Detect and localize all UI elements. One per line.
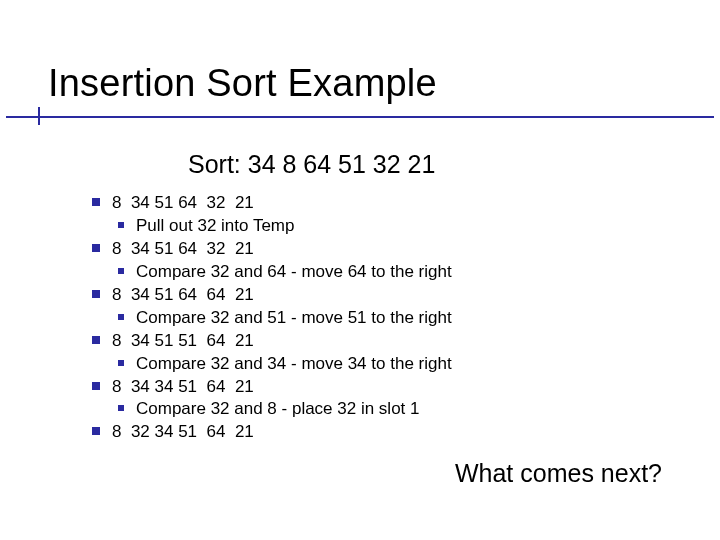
array-state: 8 34 51 51 64 21	[112, 330, 254, 353]
list-item: Compare 32 and 8 - place 32 in slot 1	[118, 398, 452, 421]
title-rule-tick	[38, 107, 40, 125]
step-note: Compare 32 and 51 - move 51 to the right	[136, 307, 452, 330]
array-state: 8 34 34 51 64 21	[112, 376, 254, 399]
steps-list: 8 34 51 64 32 21 Pull out 32 into Temp 8…	[92, 192, 452, 444]
array-state: 8 34 51 64 32 21	[112, 238, 254, 261]
list-item: 8 32 34 51 64 21	[92, 421, 452, 444]
list-item: Compare 32 and 51 - move 51 to the right	[118, 307, 452, 330]
list-item: 8 34 51 64 32 21	[92, 192, 452, 215]
list-item: Pull out 32 into Temp	[118, 215, 452, 238]
square-bullet-icon	[118, 360, 124, 366]
list-item: 8 34 34 51 64 21	[92, 376, 452, 399]
square-bullet-icon	[118, 314, 124, 320]
list-item: 8 34 51 64 32 21	[92, 238, 452, 261]
step-note: Compare 32 and 64 - move 64 to the right	[136, 261, 452, 284]
square-bullet-icon	[92, 290, 100, 298]
list-item: Compare 32 and 64 - move 64 to the right	[118, 261, 452, 284]
square-bullet-icon	[92, 382, 100, 390]
square-bullet-icon	[92, 427, 100, 435]
step-note: Pull out 32 into Temp	[136, 215, 294, 238]
array-state: 8 34 51 64 64 21	[112, 284, 254, 307]
footer-question: What comes next?	[455, 459, 662, 488]
square-bullet-icon	[92, 244, 100, 252]
array-state: 8 34 51 64 32 21	[112, 192, 254, 215]
sort-sequence: Sort: 34 8 64 51 32 21	[188, 150, 435, 179]
list-item: 8 34 51 64 64 21	[92, 284, 452, 307]
title-rule	[6, 116, 714, 118]
step-note: Compare 32 and 8 - place 32 in slot 1	[136, 398, 420, 421]
slide-title: Insertion Sort Example	[48, 62, 437, 105]
square-bullet-icon	[92, 336, 100, 344]
slide: Insertion Sort Example Sort: 34 8 64 51 …	[0, 0, 720, 540]
list-item: Compare 32 and 34 - move 34 to the right	[118, 353, 452, 376]
square-bullet-icon	[118, 268, 124, 274]
square-bullet-icon	[92, 198, 100, 206]
square-bullet-icon	[118, 405, 124, 411]
array-state: 8 32 34 51 64 21	[112, 421, 254, 444]
list-item: 8 34 51 51 64 21	[92, 330, 452, 353]
square-bullet-icon	[118, 222, 124, 228]
step-note: Compare 32 and 34 - move 34 to the right	[136, 353, 452, 376]
